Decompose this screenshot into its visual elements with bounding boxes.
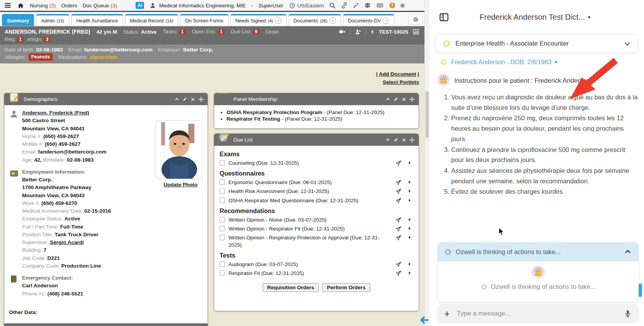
edit-icon[interactable]	[393, 137, 398, 142]
due-list-header[interactable]: Due List	[214, 134, 419, 146]
tab-documents-dv[interactable]: Documents-DV	[343, 14, 395, 26]
checkbox[interactable]	[220, 226, 225, 231]
close-icon[interactable]	[191, 97, 195, 102]
close-icon[interactable]	[402, 97, 406, 102]
encounter-selector[interactable]: Enterprise Health - Associate Encounter	[435, 34, 638, 53]
close-icon[interactable]	[402, 138, 406, 142]
send-icon[interactable]	[395, 270, 402, 277]
allergy-badge[interactable]: Peanuts	[29, 53, 53, 61]
bolt-icon[interactable]	[407, 235, 412, 240]
keyboard-icon[interactable]	[376, 2, 384, 9]
requisition-orders-button[interactable]: Requisition Orders	[263, 283, 319, 292]
bolt-icon[interactable]	[407, 188, 412, 194]
bolt-icon[interactable]	[407, 226, 412, 231]
patient-name[interactable]: ANDERSON, FREDERICK (FRED)	[5, 29, 90, 35]
wand-icon[interactable]	[352, 2, 359, 9]
link-icon[interactable]	[341, 2, 348, 9]
send-icon[interactable]	[395, 198, 402, 204]
bolt-icon[interactable]	[407, 160, 412, 166]
tab-summary[interactable]: Summary	[2, 14, 34, 26]
menu-icon[interactable]	[4, 2, 12, 9]
order-link[interactable]: Order	[266, 29, 279, 35]
chat-scrollbar-thumb[interactable]	[639, 283, 642, 297]
checkbox[interactable]	[220, 217, 225, 222]
tab-health-surveillance[interactable]: Health Surveillance	[71, 14, 123, 26]
perform-orders-button[interactable]: Perform Orders	[322, 283, 370, 292]
nav-doc-queue[interactable]: Doc Queue(3)	[82, 3, 117, 9]
tab-medical-record[interactable]: Medical Record(14)	[125, 14, 178, 26]
tab-needs-signed[interactable]: Needs Signed(4)	[230, 14, 287, 26]
chart-id[interactable]: TEST-10025	[379, 29, 408, 35]
send-icon[interactable]	[395, 188, 402, 195]
open-enc-link[interactable]: Open Enc: 1	[192, 29, 225, 35]
help-icon[interactable]	[389, 2, 396, 9]
due-list-link[interactable]: Due List: 9	[231, 29, 259, 35]
popout-icon[interactable]	[275, 17, 282, 24]
bolt-icon[interactable]	[407, 261, 412, 267]
home-icon[interactable]	[17, 2, 24, 9]
message-input-bar[interactable]: + Type a message...	[437, 304, 639, 323]
panel-toggle-icon[interactable]	[439, 12, 449, 22]
patient-name-link[interactable]: Anderson, Frederick (Fred)	[22, 110, 89, 116]
ozwell-logo[interactable]	[621, 9, 638, 26]
send-icon[interactable]	[395, 226, 402, 232]
req-link[interactable]: Req: 1	[5, 36, 24, 43]
tab-admin[interactable]: Admin(15)	[36, 14, 69, 26]
tasks-link[interactable]: Tasks: 1	[163, 29, 186, 35]
send-icon[interactable]	[395, 261, 402, 268]
bolt-icon[interactable]	[407, 270, 412, 276]
select-portlets-link[interactable]: Select Portlets	[376, 79, 419, 87]
tab-settings-button[interactable]	[409, 14, 422, 25]
popout-icon[interactable]	[383, 17, 389, 24]
popout-icon[interactable]	[330, 17, 336, 24]
edit-icon[interactable]	[182, 97, 187, 102]
medication-link[interactable]: alprazolam	[90, 54, 117, 60]
checkbox[interactable]	[220, 188, 225, 194]
checkbox[interactable]	[220, 198, 225, 203]
send-icon[interactable]	[395, 235, 402, 241]
attach-plus-button[interactable]: +	[444, 309, 450, 319]
collapse-panel-arrow-icon[interactable]	[419, 315, 429, 325]
tab-documents[interactable]: Documents(36)	[289, 14, 341, 26]
globe-icon[interactable]	[364, 2, 371, 9]
supervisor-link[interactable]: Sergio Acardi	[50, 239, 84, 245]
microphone-icon[interactable]	[623, 309, 632, 318]
ai-badge[interactable]: AI	[136, 2, 144, 9]
ehr-scrollbar[interactable]	[424, 0, 429, 326]
move-icon[interactable]	[198, 97, 204, 102]
chart-stats-icon[interactable]	[412, 28, 420, 35]
checkbox[interactable]	[220, 235, 225, 240]
checkbox[interactable]	[220, 179, 225, 185]
search-icon[interactable]	[329, 2, 336, 9]
tab-on-screen-forms[interactable]: On Screen Forms	[180, 14, 228, 26]
timezone-label[interactable]: US/Eastern	[297, 3, 324, 9]
checkbox[interactable]	[220, 261, 225, 267]
panel-membership-header[interactable]: Panel Membership	[214, 93, 419, 105]
checkbox[interactable]	[220, 270, 225, 276]
collapse-icon[interactable]	[385, 97, 390, 102]
bolt-icon[interactable]	[407, 198, 412, 203]
add-person-icon[interactable]	[354, 29, 362, 35]
add-document-link[interactable]: | Add Document |	[376, 70, 419, 79]
checkbox[interactable]	[220, 160, 225, 166]
video-visit-icon[interactable]	[338, 28, 346, 35]
message-input[interactable]: Type a message...	[457, 310, 617, 317]
bolt-icon[interactable]	[370, 29, 375, 35]
chat-title-dropdown[interactable]: Frederick Anderson Test Dict... ▾	[449, 13, 621, 22]
ehr-scrollbar-thumb[interactable]	[426, 91, 429, 138]
send-icon[interactable]	[395, 217, 402, 223]
send-icon[interactable]	[395, 179, 402, 186]
bolt-icon[interactable]	[407, 217, 412, 222]
patient-context-dropdown[interactable]: Frederick Anderson - DOB: 2/8/1983 ▾	[440, 58, 644, 66]
chevron-up-icon[interactable]	[623, 247, 632, 256]
collapse-icon[interactable]	[385, 137, 390, 142]
send-icon[interactable]	[395, 160, 402, 166]
collapse-icon[interactable]	[174, 97, 179, 102]
move-icon[interactable]	[409, 97, 415, 102]
move-icon[interactable]	[409, 137, 415, 143]
esign-link[interactable]: eSign: 3	[27, 36, 50, 43]
thinking-panel-header[interactable]: Ozwell is thinking of actions to take...	[437, 242, 639, 261]
bolt-icon[interactable]	[407, 179, 412, 185]
demographics-portlet-header[interactable]: Demographics	[4, 93, 208, 105]
nav-orders[interactable]: Orders	[61, 3, 77, 9]
